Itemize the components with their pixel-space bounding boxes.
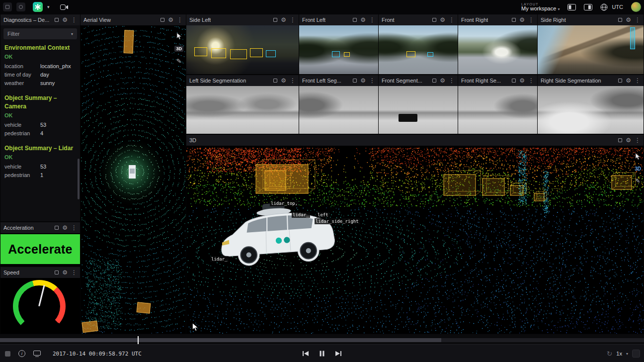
section-heading[interactable]: Object Summary – Lidar (4, 144, 76, 152)
gear-icon[interactable]: ⚙ (519, 17, 525, 23)
pointer-tool-icon[interactable] (635, 153, 641, 160)
scrubber-playhead[interactable] (138, 336, 139, 344)
draw-tool-icon[interactable]: ✎ (176, 58, 181, 65)
user-avatar[interactable] (631, 2, 641, 12)
section-heading[interactable]: Environmental Context (4, 44, 76, 52)
kebab-menu-icon[interactable]: ⋮ (635, 17, 641, 23)
gear-icon[interactable]: ⚙ (281, 17, 286, 23)
camera-image-front-left[interactable] (299, 25, 378, 74)
fullscreen-icon[interactable] (618, 138, 622, 142)
status-ok: OK (4, 112, 76, 118)
camera-panel-front-left: Front Left ⚙⋮ (299, 14, 379, 75)
pointer-tool-icon[interactable] (176, 32, 182, 40)
fullscreen-icon[interactable] (273, 79, 277, 83)
section-heading[interactable]: Object Summary – Camera (4, 94, 76, 110)
utc-label[interactable]: UTC (612, 4, 623, 10)
segmentation-image-front-right[interactable] (458, 86, 537, 134)
scrollbar-thumb[interactable] (78, 159, 80, 199)
kebab-menu-icon[interactable]: ⋮ (71, 270, 77, 275)
fullscreen-icon[interactable] (618, 79, 622, 83)
fullscreen-icon[interactable] (432, 18, 436, 22)
kebab-menu-icon[interactable]: ⋮ (369, 17, 375, 23)
screen-share-icon[interactable] (60, 4, 69, 10)
kebab-menu-icon[interactable]: ⋮ (290, 17, 296, 23)
gear-icon[interactable]: ⚙ (281, 78, 286, 84)
record-icon[interactable] (5, 351, 10, 357)
fullscreen-icon[interactable] (353, 79, 357, 83)
gear-icon[interactable]: ⚙ (62, 270, 68, 275)
detection-box (211, 48, 226, 58)
aerial-view-canvas[interactable] (80, 25, 186, 334)
segmentation-image-front-left[interactable] (299, 86, 378, 134)
kebab-menu-icon[interactable]: ⋮ (528, 17, 534, 23)
kebab-menu-icon[interactable]: ⋮ (449, 78, 455, 84)
fullscreen-icon[interactable] (55, 226, 59, 230)
fullscreen-icon[interactable] (55, 18, 59, 22)
layout-right-icon[interactable] (584, 4, 592, 10)
gear-icon[interactable]: ⚙ (360, 17, 366, 23)
camera-image-side-right[interactable] (538, 25, 644, 74)
camera-image-front-right[interactable] (458, 25, 537, 74)
playback-speed[interactable]: 1x (616, 351, 622, 357)
gear-icon[interactable]: ⚙ (626, 78, 631, 84)
gear-icon[interactable]: ⚙ (626, 137, 631, 143)
aerial-view-panel: Aerial View ⚙ ⋮ 3D ✎ (80, 14, 186, 334)
kebab-menu-icon[interactable]: ⋮ (71, 17, 77, 23)
row-value: 4 (40, 129, 43, 138)
gear-icon[interactable]: ⚙ (519, 78, 525, 84)
kebab-menu-icon[interactable]: ⋮ (290, 78, 296, 84)
toggle-3d-button[interactable]: 3D (174, 46, 183, 52)
gear-icon[interactable]: ⚙ (62, 17, 68, 23)
seek-backward-button[interactable] (302, 350, 309, 357)
speed-caret-icon[interactable]: ▾ (626, 352, 628, 356)
pause-button[interactable] (319, 350, 325, 357)
kebab-menu-icon[interactable]: ⋮ (635, 78, 641, 84)
aerial-view-body: 3D ✎ (80, 25, 186, 334)
diagnostics-filter-select[interactable]: Filter ▾ (3, 28, 77, 39)
layout-left-icon[interactable] (567, 4, 576, 10)
gear-icon[interactable]: ⚙ (360, 78, 366, 84)
gear-icon[interactable]: ⚙ (168, 17, 173, 23)
acceleration-panel: Acceleration ⚙ ⋮ Accelerate (0, 222, 80, 267)
camera-image-front[interactable] (379, 25, 458, 74)
kebab-menu-icon[interactable]: ⋮ (71, 225, 77, 231)
toggle-3d-button[interactable]: 3D (635, 166, 641, 172)
kebab-menu-icon[interactable]: ⋮ (177, 17, 183, 23)
workspace-selector[interactable]: LAYOUT My workspace ▾ (521, 2, 560, 12)
ego-vehicle-model (211, 196, 347, 277)
fullscreen-icon[interactable] (273, 18, 277, 22)
app-icon-2[interactable] (16, 2, 25, 11)
kebab-menu-icon[interactable]: ⋮ (449, 17, 455, 23)
camera-image-side-left[interactable] (186, 25, 299, 74)
timezone-globe-icon[interactable] (600, 3, 608, 11)
seek-forward-button[interactable] (335, 350, 342, 357)
kebab-menu-icon[interactable]: ⋮ (635, 137, 641, 143)
fullscreen-icon[interactable] (55, 271, 59, 274)
segmentation-image-left-side[interactable] (186, 86, 299, 134)
gear-icon[interactable]: ⚙ (440, 17, 445, 23)
gear-icon[interactable]: ⚙ (440, 78, 445, 84)
row-value: 1 (40, 171, 43, 180)
app-icon-1[interactable] (3, 2, 12, 11)
kebab-menu-icon[interactable]: ⋮ (369, 78, 375, 84)
segmentation-image-front[interactable] (379, 86, 458, 134)
gear-icon[interactable]: ⚙ (62, 225, 68, 231)
loop-icon[interactable]: ↻ (607, 350, 613, 358)
scrubber-track[interactable] (0, 338, 644, 342)
segmentation-image-right-side[interactable] (538, 86, 644, 134)
fullscreen-icon[interactable] (512, 18, 516, 22)
gear-icon[interactable]: ⚙ (626, 17, 631, 23)
draw-tool-icon[interactable]: ✎ (636, 178, 641, 184)
logo-caret-icon[interactable]: ▾ (47, 4, 50, 9)
fullscreen-icon[interactable] (161, 18, 164, 22)
screen-icon[interactable] (33, 351, 41, 357)
playback-extra-icon[interactable] (632, 350, 640, 358)
kebab-menu-icon[interactable]: ⋮ (528, 78, 534, 84)
fullscreen-icon[interactable] (353, 18, 357, 22)
info-icon[interactable]: i (18, 350, 25, 357)
fullscreen-icon[interactable] (618, 18, 622, 22)
app-logo-icon[interactable] (33, 2, 43, 12)
diagnostic-row: vehicle 53 (4, 121, 76, 129)
fullscreen-icon[interactable] (512, 79, 516, 83)
fullscreen-icon[interactable] (432, 79, 436, 83)
